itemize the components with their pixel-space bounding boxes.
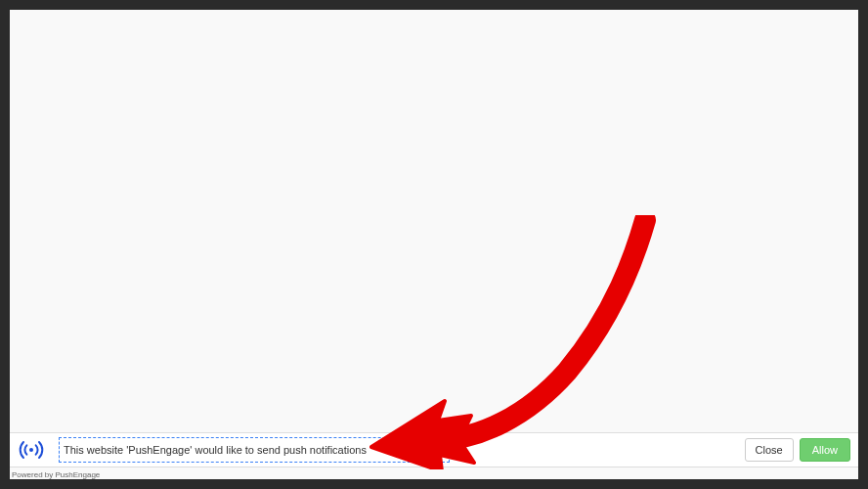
app-frame: Close Allow Powered by PushEngage [10,10,858,479]
broadcast-icon [14,432,49,467]
close-button[interactable]: Close [745,438,794,462]
powered-by-text: Powered by PushEngage [12,470,100,479]
notification-message-input[interactable] [59,437,450,463]
button-group: Close Allow [745,438,850,462]
push-notification-bar: Close Allow [10,432,858,467]
svg-point-0 [29,448,33,452]
allow-button[interactable]: Allow [800,438,850,462]
